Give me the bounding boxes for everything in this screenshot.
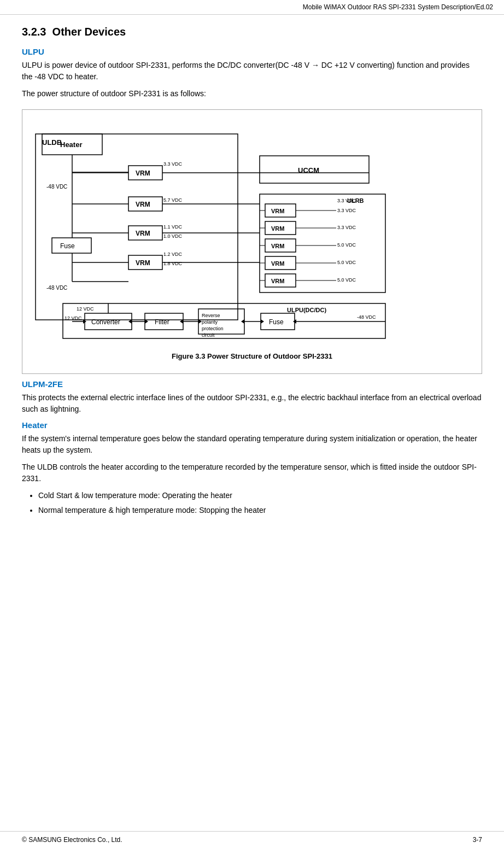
page-header: Mobile WiMAX Outdoor RAS SPI-2331 System… [0,0,504,15]
svg-text:1.0 VDC: 1.0 VDC [163,233,183,239]
power-diagram: ULDB Heater -48 VDC Fuse -48 VDC [30,118,474,349]
svg-marker-87 [261,319,264,324]
svg-text:-48 VDC: -48 VDC [357,314,376,320]
svg-text:VRM: VRM [136,259,150,267]
svg-text:Filter: Filter [155,318,169,326]
svg-text:3.3 VDC: 3.3 VDC [163,161,183,167]
ulpm-paragraph: This protects the external electric inte… [22,392,482,415]
ulpu-paragraph2: The power structure of outdoor SPI-2331 … [22,88,482,100]
svg-text:-48 VDC: -48 VDC [46,184,67,190]
svg-text:1.1 VDC: 1.1 VDC [163,224,183,230]
svg-text:5.7 VDC: 5.7 VDC [163,197,183,203]
bullet-item-1: Cold Start & low temperature mode: Opera… [38,490,482,501]
svg-text:VRM: VRM [136,201,150,208]
svg-marker-88 [241,319,244,324]
svg-text:protection: protection [202,326,224,331]
ulpu-paragraph1: ULPU is power device of outdoor SPI-2331… [22,60,482,83]
svg-text:VRM: VRM [271,225,284,232]
svg-text:Heater: Heater [60,141,82,149]
svg-text:5.0 VDC: 5.0 VDC [337,260,356,265]
footer-page: 3-7 [473,836,482,844]
section-heading: 3.2.3 Other Devices [22,26,482,38]
heater-bullets: Cold Start & low temperature mode: Opera… [38,490,482,516]
svg-text:Fuse: Fuse [60,242,75,250]
svg-text:ULPU(DC/DC): ULPU(DC/DC) [287,307,326,313]
figure-caption: Figure 3.3 Power Structure of Outdoor SP… [30,352,474,360]
ulpu-heading: ULPU [22,47,482,56]
svg-text:12 VDC: 12 VDC [65,315,82,321]
svg-text:polarity: polarity [202,319,218,325]
header-title: Mobile WiMAX Outdoor RAS SPI-2331 System… [303,3,493,11]
figure-container: ULDB Heater -48 VDC Fuse -48 VDC [22,109,482,374]
svg-text:3.3 VDC: 3.3 VDC [337,198,356,203]
svg-text:Converter: Converter [91,318,120,326]
footer-copyright: © SAMSUNG Electronics Co., Ltd. [22,836,122,844]
page-footer: © SAMSUNG Electronics Co., Ltd. 3-7 [0,831,504,848]
svg-text:VRM: VRM [271,278,284,284]
svg-text:5.0 VDC: 5.0 VDC [337,277,356,283]
svg-text:12 VDC: 12 VDC [77,306,94,312]
svg-text:-48 VDC: -48 VDC [46,285,67,291]
heater-heading: Heater [22,420,482,430]
svg-text:VRM: VRM [136,169,150,177]
svg-text:Fuse: Fuse [269,318,284,326]
svg-text:VRM: VRM [271,208,284,214]
bullet-item-2: Normal temperature & high temperature mo… [38,505,482,516]
svg-text:circuit: circuit [202,332,215,338]
svg-text:3.3 VDC: 3.3 VDC [337,208,356,213]
diagram-svg: ULDB Heater -48 VDC Fuse -48 VDC [30,118,489,347]
svg-text:VRM: VRM [271,243,284,249]
svg-text:ULDB: ULDB [42,138,62,147]
svg-text:VRM: VRM [271,260,284,267]
main-content: 3.2.3 Other Devices ULPU ULPU is power d… [0,15,504,533]
svg-text:1.8 VDC: 1.8 VDC [163,261,183,266]
heater-paragraph2: The ULDB controls the heater according t… [22,461,482,484]
svg-text:5.0 VDC: 5.0 VDC [337,242,356,248]
ulpm-heading: ULPM-2FE [22,379,482,389]
svg-text:3.3 VDC: 3.3 VDC [337,225,356,230]
svg-text:1.2 VDC: 1.2 VDC [163,252,183,257]
heater-paragraph1: If the system's internal temperature goe… [22,433,482,456]
svg-text:VRM: VRM [136,230,150,237]
svg-text:Reverse: Reverse [202,313,220,318]
svg-rect-0 [36,134,238,320]
